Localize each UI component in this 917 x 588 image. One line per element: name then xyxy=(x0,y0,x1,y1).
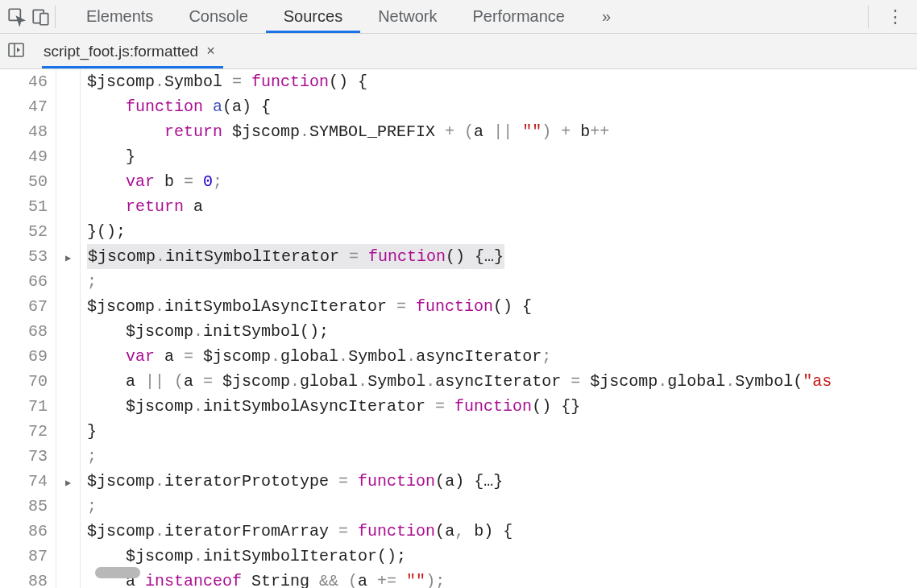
fold-empty xyxy=(56,144,80,169)
line-number[interactable]: 87 xyxy=(0,544,48,569)
more-menu-icon[interactable]: ⋮ xyxy=(880,8,911,26)
line-number[interactable]: 46 xyxy=(0,69,48,94)
tab-network[interactable]: Network xyxy=(360,0,454,33)
fold-empty xyxy=(56,544,80,569)
fold-empty xyxy=(56,269,80,294)
fold-empty xyxy=(56,194,80,219)
fold-empty xyxy=(56,119,80,144)
fold-empty xyxy=(56,69,80,94)
tab-sources[interactable]: Sources xyxy=(266,0,360,33)
svg-rect-3 xyxy=(9,43,23,56)
line-number[interactable]: 85 xyxy=(0,494,48,519)
code-line[interactable]: var a = $jscomp.global.Symbol.asyncItera… xyxy=(87,344,917,369)
fold-empty xyxy=(56,219,80,244)
line-number[interactable]: 71 xyxy=(0,394,48,419)
fold-toggle-icon[interactable]: ▶ xyxy=(56,244,80,269)
separator xyxy=(868,6,869,28)
code-editor[interactable]: 4647484950515253666768697071727374858687… xyxy=(0,69,917,588)
separator xyxy=(55,6,56,28)
tab-elements[interactable]: Elements xyxy=(68,0,171,33)
file-tab-label: script_foot.js:formatted xyxy=(44,43,198,60)
line-number[interactable]: 86 xyxy=(0,519,48,544)
line-number[interactable]: 51 xyxy=(0,194,48,219)
code-line[interactable]: $jscomp.initSymbol(); xyxy=(87,319,917,344)
line-number[interactable]: 73 xyxy=(0,444,48,469)
fold-empty xyxy=(56,294,80,319)
code-line[interactable]: function a(a) { xyxy=(87,94,917,119)
code-line[interactable]: }(); xyxy=(87,219,917,244)
devtools-toolbar: Elements Console Sources Network Perform… xyxy=(0,0,917,34)
line-number[interactable]: 69 xyxy=(0,344,48,369)
fold-toggle-icon[interactable]: ▶ xyxy=(56,469,80,494)
line-number[interactable]: 66 xyxy=(0,269,48,294)
fold-empty xyxy=(56,519,80,544)
code-line[interactable]: $jscomp.iteratorFromArray = function(a, … xyxy=(87,519,917,544)
fold-empty xyxy=(56,169,80,194)
line-number[interactable]: 50 xyxy=(0,169,48,194)
device-toggle-icon[interactable] xyxy=(31,6,52,27)
line-number[interactable]: 53 xyxy=(0,244,48,269)
svg-rect-2 xyxy=(40,13,48,24)
line-gutter: 4647484950515253666768697071727374858687… xyxy=(0,69,56,588)
devtools-tabs: Elements Console Sources Network Perform… xyxy=(68,0,620,33)
code-line[interactable]: } xyxy=(87,144,917,169)
code-line[interactable]: ; xyxy=(87,444,917,469)
line-number[interactable]: 67 xyxy=(0,294,48,319)
code-line[interactable]: $jscomp.Symbol = function() { xyxy=(87,69,917,94)
fold-empty xyxy=(56,394,80,419)
fold-empty xyxy=(56,419,80,444)
fold-empty xyxy=(56,494,80,519)
line-number[interactable]: 47 xyxy=(0,94,48,119)
fold-empty xyxy=(56,94,80,119)
sources-subbar: script_foot.js:formatted × xyxy=(0,34,917,69)
fold-empty xyxy=(56,344,80,369)
toolbar-left-icons xyxy=(6,6,68,28)
horizontal-scrollbar-thumb[interactable] xyxy=(95,567,140,578)
code-line[interactable]: } xyxy=(87,419,917,444)
line-number[interactable]: 49 xyxy=(0,144,48,169)
line-number[interactable]: 48 xyxy=(0,119,48,144)
code-content[interactable]: $jscomp.Symbol = function() { function a… xyxy=(81,69,917,588)
navigator-toggle-icon[interactable] xyxy=(6,40,26,62)
close-icon[interactable]: × xyxy=(206,43,215,60)
code-line[interactable]: $jscomp.initSymbolAsyncIterator = functi… xyxy=(87,294,917,319)
line-number[interactable]: 68 xyxy=(0,319,48,344)
code-line[interactable]: $jscomp.initSymbolIterator(); xyxy=(87,544,917,569)
code-line[interactable]: ; xyxy=(87,494,917,519)
line-number[interactable]: 70 xyxy=(0,369,48,394)
fold-gutter: ▶▶ xyxy=(56,69,81,588)
code-line[interactable]: return a xyxy=(87,194,917,219)
file-tab[interactable]: script_foot.js:formatted × xyxy=(42,34,223,68)
tabs-overflow-icon[interactable]: » xyxy=(592,7,620,26)
fold-empty xyxy=(56,369,80,394)
inspect-icon[interactable] xyxy=(6,6,27,27)
code-line[interactable]: $jscomp.iteratorPrototype = function(a) … xyxy=(87,469,917,494)
toolbar-right: ⋮ xyxy=(868,6,911,28)
code-line[interactable]: var b = 0; xyxy=(87,169,917,194)
line-number[interactable]: 72 xyxy=(0,419,48,444)
code-line[interactable]: ; xyxy=(87,269,917,294)
tab-console[interactable]: Console xyxy=(171,0,265,33)
fold-empty xyxy=(56,444,80,469)
fold-empty xyxy=(56,319,80,344)
code-line[interactable]: $jscomp.initSymbolAsyncIterator = functi… xyxy=(87,394,917,419)
line-number[interactable]: 52 xyxy=(0,219,48,244)
line-number[interactable]: 88 xyxy=(0,569,48,588)
code-line[interactable]: $jscomp.initSymbolIterator = function() … xyxy=(87,244,917,269)
line-number[interactable]: 74 xyxy=(0,469,48,494)
code-line[interactable]: a instanceof String && (a += ""); xyxy=(87,569,917,588)
fold-empty xyxy=(56,569,80,588)
code-line[interactable]: a || (a = $jscomp.global.Symbol.asyncIte… xyxy=(87,369,917,394)
tab-performance[interactable]: Performance xyxy=(455,0,583,33)
code-line[interactable]: return $jscomp.SYMBOL_PREFIX + (a || "")… xyxy=(87,119,917,144)
